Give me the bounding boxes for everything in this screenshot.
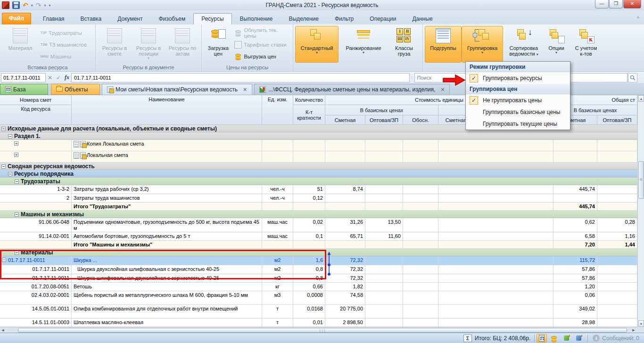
close-button[interactable]: ✕ [623,0,641,8]
close-tab-icon[interactable]: ✕ [440,87,445,93]
table-row[interactable]: 01.7.17.11-0011Шкурка двухслойная шлифов… [0,265,637,274]
options-button[interactable]: Опции▾ [545,26,568,63]
ribbon-tab-вставка[interactable]: Вставка [73,13,110,24]
section-row[interactable]: −Машины и механизмы [0,211,637,218]
formula-input[interactable]: 01.7.17.11-0011 [71,73,410,82]
price-history-button[interactable] [549,334,559,343]
collapse-icon[interactable]: − [15,251,19,255]
ribbon-tab-выделение[interactable]: Выделение [281,13,327,24]
menu-item-label: Не группировать цены [483,97,542,104]
document-row[interactable]: +Копия Локальная смета [0,140,637,151]
collapse-icon[interactable]: − [15,212,19,217]
search-button[interactable] [628,73,637,82]
ribbon-tab-файл[interactable]: Файл [2,13,31,24]
collapse-icon[interactable]: − [15,180,19,184]
table-row[interactable]: 01.7.20.08-0051Ветошькг0,661,821,20 [0,283,637,291]
total-row[interactable]: Итого "Машины и механизмы"7,201,44 [0,241,637,249]
scroll-down-icon[interactable]: ▼ [638,320,644,327]
scroll-right-icon[interactable]: ▶ [631,328,636,333]
section-row[interactable]: −Материалы [0,249,637,256]
cell-reference-box[interactable]: 01.7.17.11-0011 [1,73,46,82]
horizontal-scroll-thumb[interactable]: ∣∣∣ [18,328,627,333]
collapse-icon[interactable]: − [2,258,6,262]
collapse-icon[interactable]: − [1,127,6,131]
menu-item-checked[interactable]: ✓Не группировать цены [466,94,570,106]
cell-total-optzp [597,274,637,283]
cell-base-smetnaya: 65,71 [325,232,365,241]
expand-icon[interactable]: + [14,153,18,157]
checkbox-checked-icon[interactable]: ✓ [470,96,478,105]
total-row[interactable]: Итого "Трудозатраты"445,74 [0,203,637,211]
expand-icon[interactable]: + [14,141,18,146]
table-row[interactable]: 91.14.02-001Автомобили бортовые, грузопо… [0,232,637,241]
cell-code: −01.7.17.11-0011 [0,256,72,265]
table-row[interactable]: 01.7.17.11-0011Шкурка шлифовальная двухс… [0,274,637,283]
table-row[interactable]: 14.5.11.01-0003Шпатлевка масляно-клеевая… [0,318,637,327]
base-button[interactable]: База [0,84,48,95]
with-coefficients-button[interactable]: С учетомк-тов [568,26,604,63]
ranking-button[interactable]: Ранжирование▾ [339,26,388,63]
table-row[interactable]: 91.06.06-048Подъемники одномачтовые, гру… [0,218,637,232]
collapse-icon[interactable]: − [8,134,12,139]
ribbon-tab-ресурсы[interactable]: Ресурсы [193,13,231,24]
standard-mode-button[interactable]: Стандартный▾ [295,26,339,63]
header-smetnaya: Сметная [325,115,365,125]
horizontal-scrollbar[interactable]: ◀ ∣∣∣ ▶ [0,327,637,333]
menu-item-checked[interactable]: ✓Группировать ресурсы [466,72,570,84]
section-row[interactable]: −Раздел 1. [0,132,637,140]
maximize-button[interactable]: ❐ [609,0,623,8]
header-numbers: Номера смет [0,95,72,105]
labor-costs-button: ТЗРТрудозатраты [39,28,89,38]
sort-sheet-button[interactable]: Сортировка ведомости ▾ [503,26,545,63]
cancel-icon[interactable]: ✕ [46,74,54,81]
edit-green-button[interactable] [561,334,571,343]
subgroups-button[interactable]: Подгруппы [425,26,462,63]
calculator-toggle[interactable] [537,334,547,343]
collapse-icon[interactable]: − [1,164,6,169]
section-row[interactable]: −Сводная ресурсная ведомость [0,163,637,170]
table-row[interactable]: 02.4.03.02-0001Щебень пористый из металл… [0,291,637,305]
load-prices-button[interactable]: Загрузка цен [204,26,232,63]
tab-resource-sheet[interactable]: Мои сметы\Новая папка\Ресурсная ведомост… [102,84,252,95]
minimize-button[interactable]: — [595,0,609,8]
ribbon-tab-физобъем[interactable]: Физобъем [150,13,193,24]
table-row[interactable]: 14.5.05.01-0011Олифа комбинированная для… [0,305,637,318]
table-row[interactable]: 1-3-2Затраты труда рабочих (ср 3,2)чел.-… [0,185,637,194]
vertical-scrollbar[interactable]: ▲ ▼ [637,95,644,327]
ribbon-tab-главная[interactable]: Главная [35,13,73,24]
grouping-button[interactable]: + Группировка▾ [462,26,503,63]
ribbon-tab-операции[interactable]: Операции [362,13,404,24]
objects-button[interactable]: Объекты [51,84,100,95]
menu-item-unchecked[interactable]: Группировать текущие цены [466,118,570,130]
section-row[interactable]: −Трудозатраты [0,178,637,185]
vertical-scroll-thumb[interactable] [638,161,644,199]
function-icon[interactable]: fx [63,74,71,81]
menu-item-unchecked[interactable]: Группировать базисные цены [466,106,570,118]
collapse-ribbon-icon[interactable]: ^ [637,16,639,21]
cell-name: Итого "Машины и механизмы" [72,241,262,249]
tab-price-base[interactable]: ...\ФССЦ. Федеральные сметные цены на ма… [254,84,450,95]
checkbox-checked-icon[interactable]: ✓ [470,74,478,82]
section-row[interactable]: −Ресурсы подрядчика [0,170,637,178]
ribbon-tab-данные[interactable]: Данные [404,13,440,24]
cell-qty [293,203,325,211]
ranking-icon [356,28,371,43]
messages-counter[interactable]: Сообщений: 0 [602,335,639,342]
document-row[interactable]: +Локальная смета [0,151,637,163]
collapse-icon[interactable]: − [8,172,12,176]
unload-prices-button[interactable]: Выгрузка цен [232,51,291,62]
scroll-up-icon[interactable]: ▲ [638,95,644,102]
ribbon-tab-документ[interactable]: Документ [109,13,150,24]
cell-name: Подъемники одномачтовые, грузоподъемност… [72,218,262,232]
accept-icon[interactable]: ✓ [54,74,63,81]
ribbon-tab-выполнение[interactable]: Выполнение [232,13,281,24]
splitter-handle[interactable]: ⁞ [411,75,413,80]
sigma-icon: Σ [463,335,472,342]
ribbon-tab-фильтр[interactable]: Фильтр [327,13,362,24]
table-row-selected[interactable]: −01.7.17.11-0011Шкурка ...м21,672,32115,… [0,256,637,265]
close-tab-icon[interactable]: ✕ [243,87,247,93]
table-row[interactable]: 2Затраты труда машинистовчел.-ч0,12 [0,194,637,203]
cargo-classes-button[interactable]: III IIIIV Классы груза [388,26,420,63]
scroll-left-icon[interactable]: ◀ [0,328,6,333]
edit-blue-button[interactable] [573,334,584,343]
